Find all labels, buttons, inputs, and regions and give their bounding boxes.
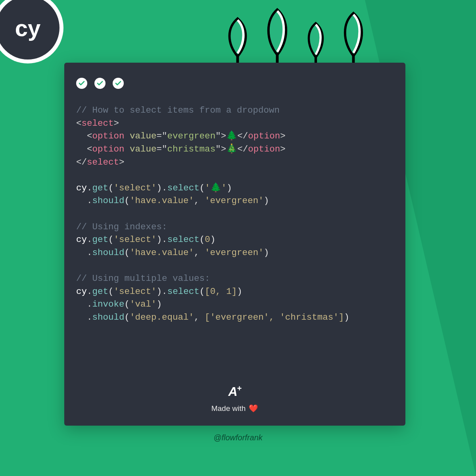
- tree-icon: [260, 8, 294, 71]
- tree-icon: [337, 11, 370, 71]
- code-comment: // Using indexes:: [76, 222, 167, 232]
- code-comment: // Using multiple values:: [76, 273, 210, 284]
- author-handle: @flowforfrank: [0, 433, 476, 442]
- heart-icon: ❤️: [249, 404, 258, 413]
- code-card: // How to select items from a dropdown <…: [64, 63, 405, 426]
- logo-text: cy: [15, 15, 41, 41]
- made-with: Made with ❤️: [211, 404, 259, 413]
- check-icon: [94, 78, 106, 89]
- cypress-logo: cy: [0, 0, 63, 63]
- code-block: // How to select items from a dropdown <…: [76, 104, 393, 324]
- card-footer: A+ Made with ❤️: [64, 384, 405, 413]
- check-icon: [76, 78, 87, 89]
- test-pass-indicators: [76, 78, 393, 89]
- made-with-text: Made with: [211, 404, 246, 413]
- code-comment: // How to select items from a dropdown: [76, 105, 280, 115]
- check-icon: [113, 78, 124, 89]
- tree-decoration: [222, 8, 370, 71]
- aplus-logo: A+: [228, 384, 242, 399]
- cypress-logo-inner: cy: [0, 0, 60, 60]
